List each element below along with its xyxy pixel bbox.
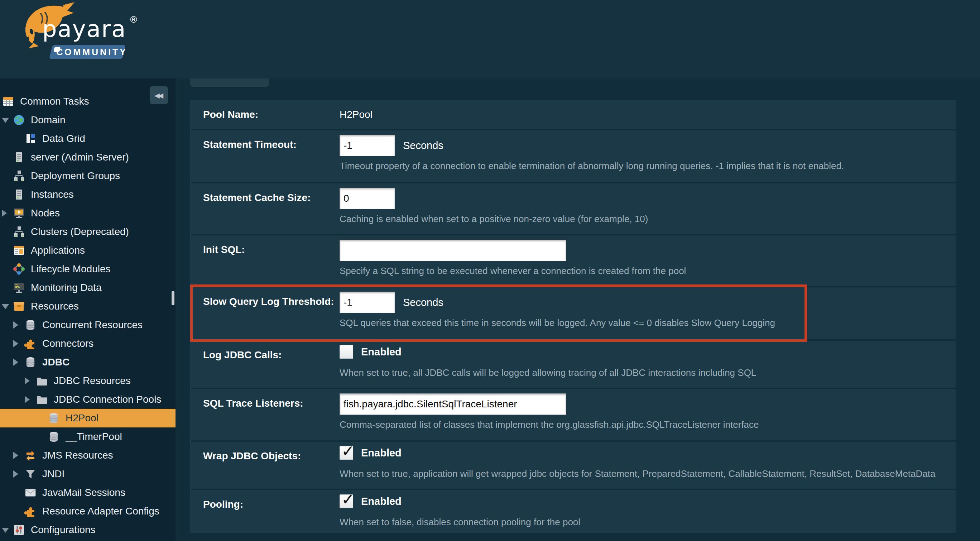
expander-closed-icon[interactable] — [13, 340, 18, 347]
tree-item-jdbc-resources[interactable]: JDBC Resources — [0, 372, 175, 390]
expander-open-icon[interactable] — [2, 118, 9, 123]
field-label: Init SQL: — [203, 244, 245, 255]
text-input[interactable] — [340, 188, 395, 209]
form-row-sql-trace-listeners: SQL Trace Listeners:Comma-separated list… — [190, 389, 956, 440]
field-help-text: Specify a SQL string to be executed when… — [340, 266, 686, 277]
form-row-statement-timeout: Statement Timeout:SecondsTimeout propert… — [190, 130, 956, 182]
payara-wordmark: payara® — [42, 14, 138, 42]
tree-item--timerpool[interactable]: __TimerPool — [0, 427, 175, 446]
payara-admin-console: payara® COMMUNITY ◀◀ Common TasksDomainD… — [0, 0, 980, 541]
expander-open-icon[interactable] — [2, 304, 9, 309]
tree-item-label: Domain — [31, 114, 65, 126]
checkbox-label: Enabled — [361, 346, 401, 358]
tree-item-h2pool[interactable]: H2Pool — [0, 409, 175, 427]
payara-logo[interactable]: payara® COMMUNITY — [0, 0, 150, 78]
tree-item-label: Resource Adapter Configs — [42, 506, 159, 517]
form-row-slow-query-log-threshold: Slow Query Log Threshold:SecondsSQL quer… — [190, 287, 956, 339]
field-label: Log JDBC Calls: — [203, 349, 282, 361]
tree-item-data-grid[interactable]: Data Grid — [0, 129, 175, 148]
tree-item-instances[interactable]: Instances — [0, 185, 175, 204]
expander-closed-icon[interactable] — [2, 210, 7, 217]
checkmark-icon: ✓ — [341, 490, 355, 508]
expander-closed-icon[interactable] — [13, 452, 18, 459]
monitor-code-icon — [13, 282, 25, 294]
tree-item-jdbc-connection-pools[interactable]: JDBC Connection Pools — [0, 390, 175, 409]
tree-item-label: __TimerPool — [65, 431, 122, 442]
field-label: Wrap JDBC Objects: — [203, 450, 301, 462]
checkbox-checked[interactable]: ✓ — [340, 495, 353, 508]
field-label: Pooling: — [203, 499, 243, 510]
tree-item-monitoring-data[interactable]: Monitoring Data — [0, 278, 175, 297]
tree-item-label: Nodes — [31, 207, 60, 219]
tree-item-common-tasks[interactable]: Common Tasks — [0, 92, 175, 111]
database-icon — [24, 356, 37, 368]
tree-item-domain[interactable]: Domain — [0, 111, 175, 129]
expander-closed-icon[interactable] — [25, 396, 30, 403]
tree-item-label: JDBC — [42, 356, 70, 368]
tree-item-label: H2Pool — [65, 412, 99, 424]
checkbox-checked[interactable]: ✓ — [340, 446, 353, 460]
form-row-wrap-jdbc-objects: Wrap JDBC Objects:✓EnabledWhen set to tr… — [190, 442, 956, 489]
globe-icon — [13, 114, 25, 126]
server-icon — [13, 151, 25, 163]
tree-item-label: Connectors — [42, 338, 94, 349]
checkbox-unchecked[interactable] — [340, 345, 353, 359]
text-input[interactable] — [340, 393, 566, 415]
tree-item-jndi[interactable]: JNDI — [0, 465, 175, 483]
text-input[interactable] — [340, 292, 395, 313]
field-help-text: Comma-separated list of classes that imp… — [340, 419, 759, 430]
server-icon — [13, 188, 25, 200]
tree-item-javamail-sessions[interactable]: JavaMail Sessions — [0, 483, 175, 502]
expander-closed-icon[interactable] — [13, 321, 18, 329]
monitor-play-icon — [13, 207, 25, 219]
tree-item-server-admin-server-[interactable]: server (Admin Server) — [0, 148, 175, 167]
tree-item-nodes[interactable]: Nodes — [0, 204, 175, 223]
sidebar-scrollbar-thumb[interactable] — [172, 291, 175, 305]
tree-item-connectors[interactable]: Connectors — [0, 334, 175, 353]
network-icon — [13, 170, 25, 182]
unit-label: Seconds — [403, 140, 444, 151]
form-row-statement-cache-size: Statement Cache Size:Caching is enabled … — [190, 183, 956, 234]
form-row-pooling: Pooling:✓EnabledWhen set to false, disab… — [190, 490, 956, 533]
tree-item-configurations[interactable]: Configurations — [0, 520, 175, 539]
expander-open-icon[interactable] — [2, 528, 9, 533]
tree-item-resource-adapter-configs[interactable]: Resource Adapter Configs — [0, 502, 175, 520]
network-icon — [13, 226, 25, 238]
expander-closed-icon[interactable] — [25, 377, 30, 384]
funnel-icon — [24, 468, 37, 480]
community-badge: COMMUNITY — [49, 45, 126, 59]
text-input[interactable] — [340, 240, 566, 261]
puzzle-icon — [24, 337, 37, 350]
expander-closed-icon[interactable] — [13, 470, 18, 477]
tree-item-deployment-groups[interactable]: Deployment Groups — [0, 167, 175, 185]
tree-item-label: Common Tasks — [20, 95, 89, 107]
tree-item-label: JDBC Connection Pools — [54, 394, 161, 405]
expander-closed-icon[interactable] — [13, 359, 18, 366]
tree-item-label: Applications — [31, 245, 85, 256]
field-label: Pool Name: — [203, 109, 258, 120]
tree-item-applications[interactable]: Applications — [0, 241, 175, 260]
field-help-text: SQL queries that exceed this time in sec… — [340, 317, 775, 329]
text-input[interactable] — [340, 135, 395, 156]
envelope-icon — [24, 487, 37, 499]
arrows-swap-icon — [24, 449, 37, 461]
tree-item-label: Concurrent Resources — [42, 319, 143, 331]
app-header: payara® COMMUNITY — [0, 0, 980, 78]
tree-item-jdbc[interactable]: JDBC — [0, 353, 175, 372]
tree-item-lifecycle-modules[interactable]: Lifecycle Modules — [0, 260, 175, 278]
database-icon — [24, 319, 37, 331]
form-row-pool-name: Pool Name:H2Pool — [190, 100, 956, 129]
tree-item-label: Configurations — [31, 524, 95, 536]
checkbox-label: Enabled — [361, 495, 401, 507]
tree-item-concurrent-resources[interactable]: Concurrent Resources — [0, 316, 175, 334]
grid-table-icon — [2, 95, 14, 108]
field-label: Statement Cache Size: — [203, 192, 310, 204]
tree-item-resources[interactable]: Resources — [0, 297, 175, 316]
tree-item-label: Clusters (Deprecated) — [31, 226, 129, 237]
folder-icon — [36, 393, 48, 406]
field-label: SQL Trace Listeners: — [203, 398, 303, 409]
tree-item-jms-resources[interactable]: JMS Resources — [0, 446, 175, 465]
content-area: Pool Name:H2PoolStatement Timeout:Second… — [175, 78, 980, 541]
tree-item-clusters-deprecated-[interactable]: Clusters (Deprecated) — [0, 223, 175, 241]
tab-remnant[interactable] — [190, 78, 269, 87]
